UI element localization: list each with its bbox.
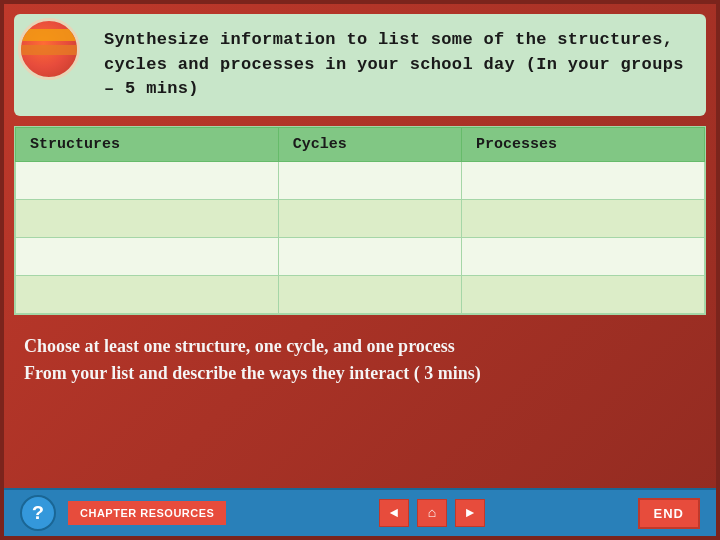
col-header-processes: Processes xyxy=(462,127,705,161)
bottom-text-area: Choose at least one structure, one cycle… xyxy=(24,333,696,387)
chapter-resources-button[interactable]: CHAPTER RESOURCES xyxy=(68,501,226,525)
nav-home-button[interactable]: ⌂ xyxy=(417,499,447,527)
slide: Synthesize information to list some of t… xyxy=(0,0,720,540)
footer-nav: ◄ ⌂ ► xyxy=(379,499,485,527)
table-cell xyxy=(16,161,279,199)
table-cell xyxy=(16,275,279,313)
nav-next-button[interactable]: ► xyxy=(455,499,485,527)
activity-table: Structures Cycles Processes xyxy=(15,127,705,314)
table-cell xyxy=(16,199,279,237)
table-cell xyxy=(278,199,461,237)
table-row xyxy=(16,237,705,275)
footer-left: ? CHAPTER RESOURCES xyxy=(20,495,226,531)
table-cell xyxy=(462,237,705,275)
bottom-text-line2: From your list and describe the ways the… xyxy=(24,360,696,387)
table-row xyxy=(16,161,705,199)
table-row xyxy=(16,275,705,313)
bottom-text-line1: Choose at least one structure, one cycle… xyxy=(24,333,696,360)
logo-stripe2 xyxy=(21,45,77,55)
table-cell xyxy=(16,237,279,275)
table-cell xyxy=(462,161,705,199)
slide-title: Synthesize information to list some of t… xyxy=(104,28,686,102)
end-button[interactable]: END xyxy=(638,498,700,529)
help-button[interactable]: ? xyxy=(20,495,56,531)
col-header-cycles: Cycles xyxy=(278,127,461,161)
table-row xyxy=(16,199,705,237)
logo-circle xyxy=(18,18,80,80)
logo-stripe1 xyxy=(21,29,77,41)
table-cell xyxy=(278,161,461,199)
table-container: Structures Cycles Processes xyxy=(14,126,706,315)
table-cell xyxy=(462,275,705,313)
footer-bar: ? CHAPTER RESOURCES ◄ ⌂ ► END xyxy=(4,488,716,536)
nav-prev-button[interactable]: ◄ xyxy=(379,499,409,527)
table-cell xyxy=(278,275,461,313)
table-cell xyxy=(278,237,461,275)
title-area: Synthesize information to list some of t… xyxy=(14,14,706,116)
table-cell xyxy=(462,199,705,237)
col-header-structures: Structures xyxy=(16,127,279,161)
